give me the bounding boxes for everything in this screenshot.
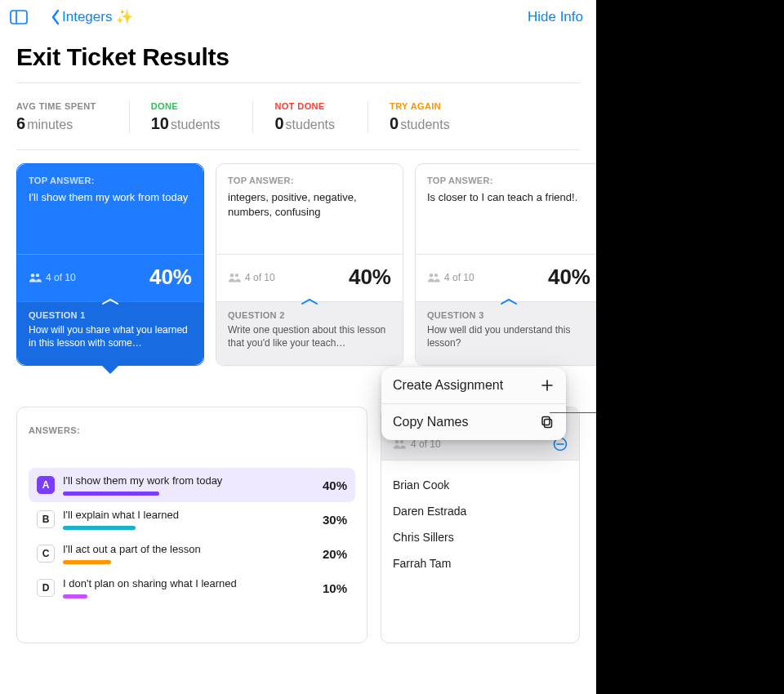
question-card-1[interactable]: TOP ANSWER: I'll show them my work from …	[16, 163, 204, 366]
menu-label: Create Assignment	[393, 378, 503, 393]
stat-label: NOT DONE	[274, 101, 335, 111]
answer-text: I'll act out a part of the lesson	[63, 543, 305, 555]
answer-row-d[interactable]: D I don't plan on sharing what I learned…	[29, 571, 355, 605]
students-count: 4 of 10	[411, 438, 441, 450]
hide-info-button[interactable]: Hide Info	[528, 9, 583, 25]
answer-letter: C	[37, 545, 55, 563]
response-count: 4 of 10	[29, 272, 76, 283]
stat-label: DONE	[151, 101, 220, 111]
answer-bar	[63, 560, 111, 564]
question-card-2[interactable]: TOP ANSWER: integers, positive, negative…	[216, 163, 403, 366]
answer-text: I'll explain what I learned	[63, 509, 305, 521]
back-button[interactable]: Integers ✨	[51, 8, 133, 25]
top-answer-label: TOP ANSWER:	[228, 176, 391, 185]
chevron-left-icon	[51, 9, 60, 25]
active-pointer	[100, 364, 120, 374]
answer-text: I'll show them my work from today	[63, 474, 305, 487]
student-row[interactable]: Daren Estrada	[393, 498, 568, 524]
menu-copy-names[interactable]: Copy Names	[381, 403, 566, 440]
response-pct: 40%	[349, 265, 391, 290]
stat-try-again: TRY AGAIN 0students	[390, 101, 483, 133]
top-answer-text: integers, positive, negative, numbers, c…	[228, 190, 391, 219]
answers-heading: ANSWERS:	[29, 425, 355, 435]
answer-bar	[63, 526, 136, 530]
menu-label: Copy Names	[393, 415, 468, 429]
answer-row-b[interactable]: B I'll explain what I learned 30%	[29, 502, 355, 536]
svg-point-7	[434, 274, 438, 277]
svg-rect-14	[545, 420, 552, 428]
sidebar-toggle-icon[interactable]	[10, 10, 28, 24]
student-row[interactable]: Brian Cook	[393, 472, 568, 498]
answer-pct: 10%	[313, 581, 347, 595]
question-cards: TOP ANSWER: I'll show them my work from …	[0, 150, 596, 366]
answer-pct: 30%	[313, 513, 347, 527]
answer-letter: A	[37, 476, 55, 494]
svg-point-8	[395, 440, 399, 444]
stat-avg-time: AVG TIME SPENT 6minutes	[16, 101, 130, 133]
answer-text: I don't plan on sharing what I learned	[63, 577, 305, 589]
svg-point-2	[31, 273, 35, 277]
stat-label: TRY AGAIN	[390, 101, 450, 111]
stat-done: DONE 10students	[151, 101, 254, 133]
question-number: QUESTION 1	[29, 310, 192, 320]
answer-row-c[interactable]: C I'll act out a part of the lesson 20%	[29, 536, 355, 571]
svg-point-4	[230, 273, 234, 277]
menu-create-assignment[interactable]: Create Assignment	[381, 367, 566, 403]
people-icon	[393, 439, 406, 449]
question-text: How will you share what you learned in t…	[29, 323, 192, 349]
answer-pct: 40%	[313, 478, 347, 492]
svg-rect-0	[11, 11, 27, 24]
stat-label: AVG TIME SPENT	[16, 101, 96, 111]
answer-bar	[63, 594, 87, 598]
svg-rect-15	[542, 417, 550, 425]
answer-row-a[interactable]: A I'll show them my work from today 40%	[29, 468, 355, 502]
question-number: QUESTION 2	[228, 310, 391, 320]
stats-row: AVG TIME SPENT 6minutes DONE 10students …	[0, 83, 596, 149]
answer-bar	[63, 492, 159, 496]
svg-point-9	[400, 440, 403, 443]
svg-point-3	[36, 274, 39, 277]
copy-icon	[540, 415, 555, 429]
response-pct: 40%	[548, 265, 590, 290]
question-number: QUESTION 3	[427, 310, 590, 320]
answer-pct: 20%	[313, 547, 347, 561]
answer-letter: B	[37, 510, 55, 528]
students-panel: STUDENTS: 4 of 10 Brian CookDar	[381, 407, 580, 643]
svg-point-6	[430, 273, 434, 277]
back-label: Integers ✨	[62, 8, 133, 25]
question-text: How well did you understand this lesson?	[427, 323, 590, 349]
callout-line	[550, 412, 596, 414]
top-answer-text: Is closer to I can teach a friend!.	[427, 190, 590, 205]
response-pct: 40%	[149, 265, 192, 290]
svg-point-5	[235, 274, 238, 277]
answer-letter: D	[37, 579, 55, 597]
page-title: Exit Ticket Results	[0, 29, 596, 82]
context-menu: Create Assignment Copy Names	[381, 367, 566, 440]
top-answer-text: I'll show them my work from today	[29, 190, 192, 205]
plus-icon	[540, 378, 555, 393]
response-count: 4 of 10	[427, 272, 474, 283]
top-answer-label: TOP ANSWER:	[29, 176, 192, 185]
answers-panel: ANSWERS: A I'll show them my work from t…	[16, 407, 368, 643]
response-count: 4 of 10	[228, 272, 275, 283]
question-text: Write one question about this lesson tha…	[228, 323, 391, 349]
stat-not-done: NOT DONE 0students	[274, 101, 368, 133]
top-answer-label: TOP ANSWER:	[427, 176, 590, 185]
student-row[interactable]: Chris Sillers	[393, 524, 568, 550]
question-card-3[interactable]: TOP ANSWER: Is closer to I can teach a f…	[415, 163, 596, 366]
student-row[interactable]: Farrah Tam	[393, 550, 568, 576]
